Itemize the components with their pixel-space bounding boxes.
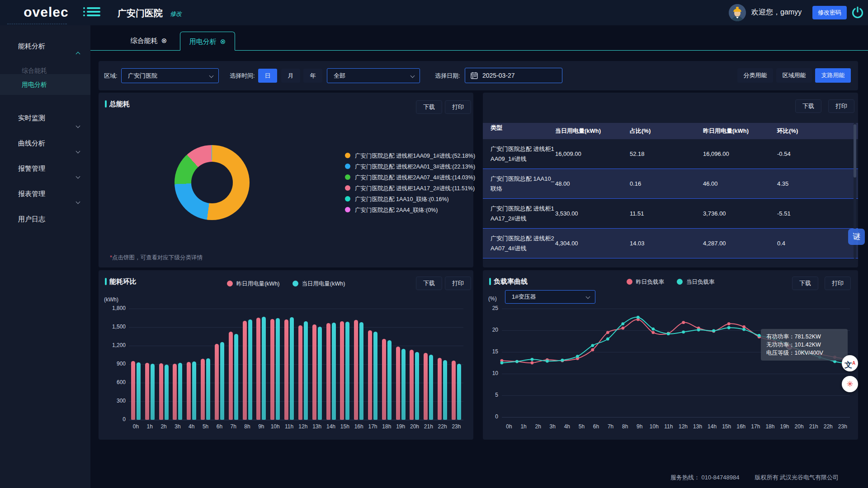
pie-legend-item-4[interactable]: 广安门医院总配 进线柜1AA17_2#进线:(11.51%) (345, 183, 475, 194)
sidebar-item-8[interactable]: 用户日志 (0, 210, 90, 228)
edit-title-link[interactable]: 修改 (170, 10, 182, 18)
star-float-icon[interactable]: ✳ (842, 376, 858, 392)
time-option-日[interactable]: 日 (258, 69, 277, 83)
pie-legend-item-5[interactable]: 广安门医院总配 1AA10_联络:(0.16%) (345, 194, 475, 205)
pie-legend-item-6[interactable]: 广安门医院总配 2AA4_联络:(0%) (345, 205, 475, 216)
time-option-年[interactable]: 年 (303, 69, 322, 83)
sidebar-item-7[interactable]: 报表管理 (0, 185, 90, 203)
bar-group-15h[interactable] (338, 309, 352, 420)
area-select[interactable]: 广安门医院 (121, 68, 219, 83)
table-cell: 3,736.00 (703, 210, 777, 217)
table-row-4[interactable]: 广安门医院总配 进线柜2AA07_4#进线4,304.0014.034,287.… (483, 229, 858, 258)
bar (332, 323, 336, 420)
legend-item-1[interactable]: 昨日用电量(kWh) (227, 280, 280, 288)
pie-legend-item-2[interactable]: 广安门医院总配 进线柜2AA01_3#进线:(22.13%) (345, 161, 475, 172)
sidebar-item-3[interactable]: 用电分析 (0, 74, 90, 95)
mode-button-3[interactable]: 支路用能 (815, 68, 851, 83)
scope-select[interactable]: 全部 (327, 68, 420, 83)
download-button[interactable]: 下载 (416, 277, 442, 290)
sidebar-item-4[interactable]: 实时监测 (0, 109, 90, 127)
sidebar-item-label: 报表管理 (18, 190, 45, 197)
download-button[interactable]: 下载 (792, 277, 818, 290)
bar (401, 349, 406, 420)
tab-1[interactable]: 综合能耗⊗ (122, 31, 175, 50)
data-point (682, 321, 685, 324)
y-tick-label: 0 (486, 413, 498, 420)
x-tick-label: 1h (143, 423, 157, 430)
date-picker[interactable]: 2025-03-27 (465, 68, 562, 83)
bar-group-16h[interactable] (352, 309, 366, 420)
change-password-button[interactable]: 修改密码 (812, 6, 847, 19)
bar (262, 317, 266, 420)
mode-button-2[interactable]: 区域用能 (776, 68, 812, 83)
column-header: 类型 (483, 123, 555, 139)
bar-group-1h[interactable] (143, 309, 157, 420)
bar-group-23h[interactable] (449, 309, 463, 420)
sidebar-item-1[interactable]: 能耗分析 (0, 37, 90, 55)
line-plot[interactable] (502, 309, 850, 417)
bar-group-19h[interactable] (394, 309, 408, 420)
bar-group-22h[interactable] (435, 309, 449, 420)
hamburger-menu-icon[interactable] (87, 7, 100, 18)
bar-group-0h[interactable] (129, 309, 143, 420)
translate-badge-icon[interactable]: 谜 (848, 229, 865, 245)
sidebar-item-5[interactable]: 曲线分析 (0, 134, 90, 152)
legend-dot-icon (345, 174, 350, 180)
x-tick-label: 11h (661, 423, 676, 430)
x-tick-label: 11h (282, 423, 296, 430)
tab-2[interactable]: 用电分析⊗ (180, 32, 235, 51)
bar-group-6h[interactable] (212, 309, 226, 420)
bar-group-14h[interactable] (324, 309, 338, 420)
pie-legend-item-3[interactable]: 广安门医院总配 进线柜2AA07_4#进线:(14.03%) (345, 172, 475, 183)
bar-group-2h[interactable] (157, 309, 171, 420)
print-button[interactable]: 打印 (828, 99, 854, 113)
bar-group-3h[interactable] (170, 309, 184, 420)
close-tab-icon[interactable]: ⊗ (161, 37, 167, 44)
legend-dot-icon (345, 153, 350, 158)
print-button[interactable]: 打印 (445, 277, 471, 290)
dictionary-float-icon[interactable]: 文A (842, 355, 858, 371)
bar (429, 355, 433, 420)
logout-power-icon[interactable] (851, 6, 864, 19)
close-tab-icon[interactable]: ⊗ (220, 38, 226, 45)
pie-legend-item-1[interactable]: 广安门医院总配 进线柜1AA09_1#进线:(52.18%) (345, 150, 475, 161)
bar-group-9h[interactable] (254, 309, 268, 420)
bar-group-17h[interactable] (366, 309, 380, 420)
table-row-3[interactable]: 广安门医院总配 进线柜1AA17_2#进线3,530.0011.513,736.… (483, 199, 858, 229)
bar (298, 325, 302, 420)
mode-button-1[interactable]: 分类用能 (737, 68, 773, 83)
bar-group-13h[interactable] (310, 309, 324, 420)
transformer-select[interactable]: 1#变压器 (505, 290, 595, 304)
bar-plot[interactable] (129, 309, 463, 420)
sidebar-item-6[interactable]: 报警管理 (0, 160, 90, 178)
download-button[interactable]: 下载 (416, 100, 442, 114)
bar-group-11h[interactable] (282, 309, 296, 420)
bar-group-12h[interactable] (296, 309, 310, 420)
chevron-down-icon (586, 295, 590, 299)
x-tick-label: 22h (821, 423, 835, 430)
bar-group-8h[interactable] (241, 309, 255, 420)
bar-group-4h[interactable] (184, 309, 198, 420)
table-row-1[interactable]: 广安门医院总配 进线柜1AA09_1#进线16,009.0052.1816,09… (483, 139, 858, 169)
bar-group-7h[interactable] (226, 309, 241, 420)
bar-group-5h[interactable] (198, 309, 212, 420)
print-button[interactable]: 打印 (825, 277, 851, 290)
bar-group-21h[interactable] (421, 309, 435, 420)
bar-group-20h[interactable] (408, 309, 422, 420)
legend-item-1[interactable]: 昨日负载率 (627, 278, 665, 286)
legend-item-2[interactable]: 当日负载率 (677, 278, 715, 286)
bar-group-18h[interactable] (380, 309, 394, 420)
avatar[interactable] (729, 4, 746, 21)
bar-group-10h[interactable] (268, 309, 282, 420)
download-button[interactable]: 下载 (795, 99, 821, 113)
energy-pie-chart[interactable] (175, 145, 250, 220)
data-point (606, 338, 609, 341)
y-tick-label: 1,500 (102, 324, 126, 330)
legend-item-2[interactable]: 当日用电量(kWh) (292, 280, 345, 288)
welcome-text: 欢迎您，gamyy (751, 8, 802, 17)
bar (438, 358, 442, 420)
table-row-2[interactable]: 广安门医院总配 1AA10_联络48.000.1646.004.35 (483, 169, 858, 199)
energy-table-card: 下载 打印 类型当日用电量(kWh)占比(%)昨日用电量(kWh)环比(%)广安… (483, 93, 858, 267)
print-button[interactable]: 打印 (445, 100, 471, 114)
time-option-月[interactable]: 月 (281, 69, 300, 83)
